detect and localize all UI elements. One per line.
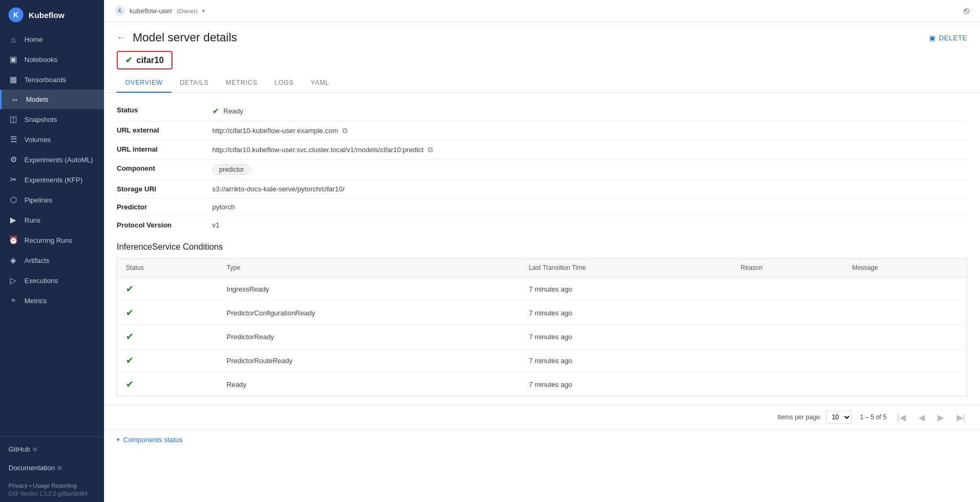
sidebar-item-executions[interactable]: ▷ Executions bbox=[0, 270, 104, 290]
home-icon: ⌂ bbox=[8, 35, 18, 44]
artifacts-icon: ◈ bbox=[8, 256, 18, 265]
status-text: Ready bbox=[223, 107, 244, 115]
col-reason: Reason bbox=[732, 259, 844, 277]
privacy-link[interactable]: Privacy bbox=[8, 482, 28, 489]
page-range: 1 – 5 of 5 bbox=[860, 413, 887, 421]
copy-url-external-icon[interactable]: ⧉ bbox=[342, 126, 348, 135]
sidebar-nav: ⌂ Home ▣ Notebooks ▦ Tensorboards ↔ Mode… bbox=[0, 30, 104, 433]
models-icon: ↔ bbox=[10, 95, 20, 104]
tab-overview[interactable]: OVERVIEW bbox=[117, 74, 171, 93]
row-message bbox=[844, 325, 967, 349]
row-message bbox=[844, 277, 967, 301]
tab-metrics[interactable]: METRICS bbox=[218, 74, 266, 93]
sidebar-item-label: Recurring Runs bbox=[24, 236, 72, 244]
sidebar-item-label: Executions bbox=[24, 277, 58, 285]
table-row: ✔ PredictorConfigurationReady 7 minutes … bbox=[117, 301, 967, 325]
sidebar-item-metrics[interactable]: ⚬ Metrics bbox=[0, 290, 104, 311]
row-message bbox=[844, 373, 967, 397]
detail-row-protocol: Protocol Version v1 bbox=[117, 216, 967, 234]
volumes-icon: ☰ bbox=[8, 135, 18, 144]
sidebar-item-label: Pipelines bbox=[24, 196, 53, 204]
sidebar-item-recurring-runs[interactable]: ⏰ Recurring Runs bbox=[0, 230, 104, 250]
sidebar-item-documentation[interactable]: Documentation ⧉ bbox=[0, 459, 104, 477]
sidebar-item-snapshots[interactable]: ◫ Snapshots bbox=[0, 109, 104, 129]
prev-page-button[interactable]: ◀ bbox=[916, 411, 927, 424]
url-external-label: URL external bbox=[117, 126, 212, 134]
check-icon: ✔ bbox=[126, 331, 134, 342]
sidebar-item-models[interactable]: ↔ Models bbox=[0, 90, 104, 109]
row-status: ✔ bbox=[117, 349, 219, 373]
conditions-title: InferenceService Conditions bbox=[117, 242, 967, 252]
table-row: ✔ Ready 7 minutes ago bbox=[117, 373, 967, 397]
app-logo[interactable]: K Kubeflow bbox=[0, 0, 104, 30]
sidebar-item-experiments-kfp[interactable]: ✂ Experiments (KFP) bbox=[0, 170, 104, 190]
row-time: 7 minutes ago bbox=[521, 277, 732, 301]
sidebar-item-label: Runs bbox=[24, 216, 40, 224]
sidebar-item-label: Home bbox=[24, 36, 43, 43]
last-page-button[interactable]: ▶| bbox=[955, 411, 967, 424]
runs-icon: ▶ bbox=[8, 215, 18, 225]
page-area: ← Model server details ▣ DELETE ✔ cifar1… bbox=[104, 22, 980, 502]
detail-row-status: Status ✔ Ready bbox=[117, 101, 967, 121]
row-reason bbox=[732, 325, 844, 349]
row-type: PredictorConfigurationReady bbox=[218, 301, 521, 325]
tab-details[interactable]: DETAILS bbox=[171, 74, 218, 93]
notebooks-icon: ▣ bbox=[8, 55, 18, 64]
check-icon: ✔ bbox=[126, 307, 134, 318]
sidebar-bottom: Privacy • Usage Reporting EKF Version 1.… bbox=[0, 477, 104, 502]
items-per-page-label: Items per page: bbox=[777, 413, 821, 421]
page-title: Model server details bbox=[133, 31, 237, 45]
row-reason bbox=[732, 277, 844, 301]
next-page-button[interactable]: ▶ bbox=[935, 411, 946, 424]
row-status: ✔ bbox=[117, 373, 219, 397]
predictor-label: Predictor bbox=[117, 203, 212, 211]
page-header: ← Model server details ▣ DELETE bbox=[104, 22, 980, 49]
documentation-label: Documentation bbox=[8, 464, 55, 472]
tab-yaml[interactable]: YAML bbox=[302, 74, 338, 93]
conditions-table-body: ✔ IngressReady 7 minutes ago ✔ Predictor… bbox=[117, 277, 967, 397]
sidebar-item-volumes[interactable]: ☰ Volumes bbox=[0, 129, 104, 149]
sidebar-divider bbox=[0, 436, 104, 437]
topbar-dropdown-arrow[interactable]: ▾ bbox=[202, 8, 205, 14]
model-name: cifar10 bbox=[136, 56, 164, 65]
check-icon: ✔ bbox=[126, 379, 134, 390]
detail-row-storage-uri: Storage URI s3://arrikto-docs-kale-serve… bbox=[117, 180, 967, 198]
sidebar-item-runs[interactable]: ▶ Runs bbox=[0, 210, 104, 230]
model-badge: ✔ cifar10 bbox=[117, 51, 172, 69]
back-button[interactable]: ← Model server details bbox=[117, 31, 237, 45]
sidebar-item-github[interactable]: GitHub ⧉ bbox=[0, 440, 104, 459]
per-page-select[interactable]: 10 20 50 bbox=[826, 411, 852, 424]
components-footer: ▾ Components status bbox=[104, 429, 980, 450]
sidebar-item-pipelines[interactable]: ⬡ Pipelines bbox=[0, 190, 104, 210]
table-row: ✔ PredictorRouteReady 7 minutes ago bbox=[117, 349, 967, 373]
delete-button[interactable]: ▣ DELETE bbox=[929, 34, 967, 42]
col-type: Type bbox=[218, 259, 521, 277]
components-toggle-label: Components status bbox=[123, 436, 183, 444]
sidebar-item-notebooks[interactable]: ▣ Notebooks bbox=[0, 49, 104, 69]
sidebar-item-artifacts[interactable]: ◈ Artifacts bbox=[0, 250, 104, 270]
row-status: ✔ bbox=[117, 277, 219, 301]
conditions-table: Status Type Last Transition Time Reason … bbox=[117, 258, 967, 397]
protocol-label: Protocol Version bbox=[117, 221, 212, 229]
sidebar-item-label: Metrics bbox=[24, 297, 47, 305]
components-status-toggle[interactable]: ▾ Components status bbox=[117, 436, 967, 444]
url-internal-value: http://cifar10.kubeflow-user.svc.cluster… bbox=[212, 145, 967, 154]
logout-button[interactable]: ⎋ bbox=[964, 5, 969, 16]
tab-logs[interactable]: LOGS bbox=[266, 74, 302, 93]
snapshots-icon: ◫ bbox=[8, 115, 18, 124]
usage-reporting-link[interactable]: Usage Reporting bbox=[33, 482, 77, 489]
sidebar-item-home[interactable]: ⌂ Home bbox=[0, 30, 104, 49]
component-value: predictor bbox=[212, 164, 967, 175]
model-status-icon: ✔ bbox=[125, 55, 132, 65]
first-page-button[interactable]: |◀ bbox=[895, 411, 908, 424]
experiments-kfp-icon: ✂ bbox=[8, 175, 18, 184]
row-time: 7 minutes ago bbox=[521, 373, 732, 397]
sidebar-item-label: Volumes bbox=[24, 136, 51, 144]
sidebar-item-label: Experiments (AutoML) bbox=[24, 156, 93, 164]
copy-url-internal-icon[interactable]: ⧉ bbox=[428, 145, 433, 154]
sidebar-item-experiments-automl[interactable]: ⚙ Experiments (AutoML) bbox=[0, 149, 104, 170]
sidebar-item-label: Snapshots bbox=[24, 116, 57, 124]
row-type: PredictorReady bbox=[218, 325, 521, 349]
detail-section: Status ✔ Ready URL external http://cifar… bbox=[104, 93, 980, 242]
sidebar-item-tensorboards[interactable]: ▦ Tensorboards bbox=[0, 69, 104, 90]
